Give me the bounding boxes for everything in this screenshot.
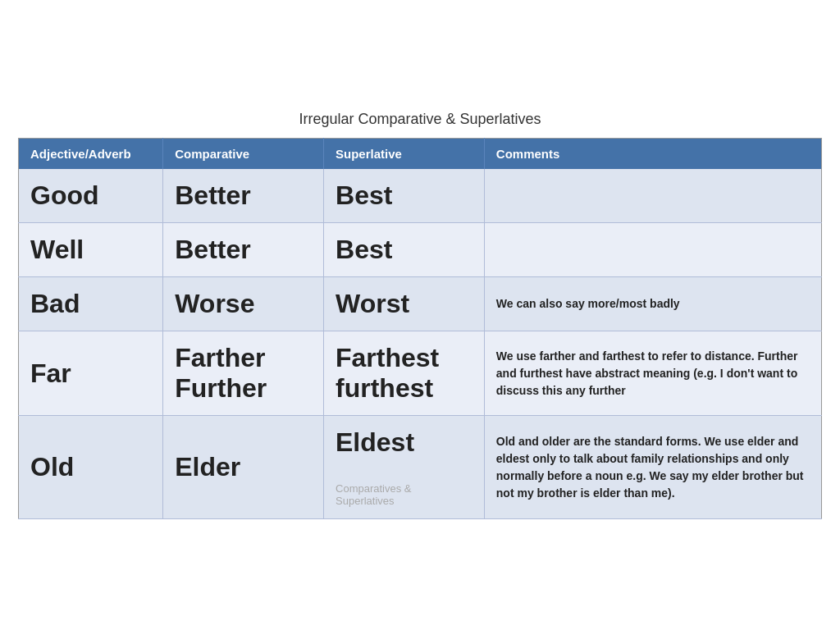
header-comparative: Comparative: [163, 139, 324, 170]
page-container: Irregular Comparative & Superlatives Adj…: [18, 111, 822, 519]
table-header-row: Adjective/Adverb Comparative Superlative…: [19, 139, 822, 170]
cell-comments: We can also say more/most badly: [484, 277, 821, 331]
table-row: OldElderEldestComparatives & Superlative…: [19, 416, 822, 519]
cell-adjective: Far: [19, 331, 163, 416]
header-adjective: Adjective/Adverb: [19, 139, 163, 170]
cell-comments: Old and older are the standard forms. We…: [484, 416, 821, 519]
watermark: Comparatives & Superlatives: [336, 482, 472, 507]
cell-adjective: Old: [19, 416, 163, 519]
main-table: Adjective/Adverb Comparative Superlative…: [18, 138, 822, 519]
cell-superlative: Best: [324, 169, 485, 223]
cell-comparative: Worse: [163, 277, 324, 331]
cell-adjective: Well: [19, 223, 163, 277]
cell-comments: [484, 223, 821, 277]
cell-comparative: FartherFurther: [163, 331, 324, 416]
cell-comments: [484, 169, 821, 223]
table-row: WellBetterBest: [19, 223, 822, 277]
table-row: GoodBetterBest: [19, 169, 822, 223]
cell-superlative: Worst: [324, 277, 485, 331]
cell-comparative: Better: [163, 169, 324, 223]
cell-superlative: Farthestfurthest: [324, 331, 485, 416]
cell-comments: We use farther and farthest to refer to …: [484, 331, 821, 416]
cell-comparative: Better: [163, 223, 324, 277]
cell-adjective: Good: [19, 169, 163, 223]
table-row: FarFartherFurtherFarthestfurthestWe use …: [19, 331, 822, 416]
cell-superlative: Best: [324, 223, 485, 277]
page-title: Irregular Comparative & Superlatives: [299, 111, 541, 128]
cell-adjective: Bad: [19, 277, 163, 331]
cell-comparative: Elder: [163, 416, 324, 519]
header-comments: Comments: [484, 139, 821, 170]
table-row: BadWorseWorstWe can also say more/most b…: [19, 277, 822, 331]
cell-superlative: EldestComparatives & Superlatives: [324, 416, 485, 519]
header-superlative: Superlative: [324, 139, 485, 170]
